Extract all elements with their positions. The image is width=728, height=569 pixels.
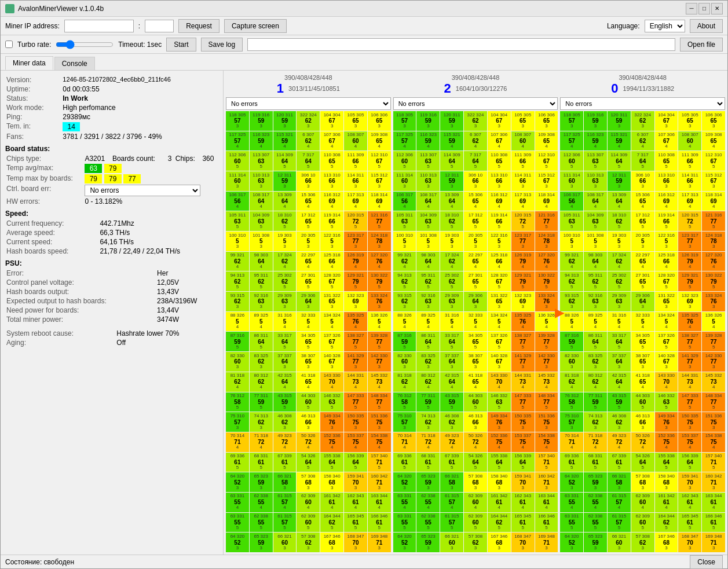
chip-cell: 62 338 55 4 bbox=[416, 493, 440, 512]
chip-cell: 156 339 64 5 bbox=[678, 453, 701, 472]
main-content: Version: 1246-85-21072802_4ec6bb0_211fc4… bbox=[1, 71, 727, 555]
request-button[interactable]: Request bbox=[178, 19, 220, 33]
chip-cell: 115 312 67 3 bbox=[368, 171, 391, 191]
chip-cell: 65 323 59 3 bbox=[250, 472, 273, 492]
board-stats1-2: 390/408/428/448 bbox=[394, 74, 557, 81]
chip-cell: 29 306 64 3 bbox=[631, 292, 654, 311]
chip-cell: 64 320 52 3 bbox=[393, 533, 416, 552]
capture-screen-button[interactable]: Capture screen bbox=[224, 19, 287, 33]
minimize-button[interactable]: ─ bbox=[686, 3, 697, 14]
curr-freq-value: 442.71Mhz bbox=[98, 219, 218, 228]
chip-cell: 19 303 5 3 bbox=[273, 232, 297, 251]
chip-cell: 129 321 79 5 bbox=[511, 271, 535, 291]
timeout-label: Timeout: 1sec bbox=[118, 41, 162, 49]
chip-cell: 154 338 75 4 bbox=[368, 432, 391, 452]
chip-cell: 121 316 77 5 bbox=[702, 211, 725, 231]
chip-cell: 92 316 63 3 bbox=[250, 292, 273, 311]
avg-speed-value: 66,3 TH/s bbox=[98, 228, 218, 237]
board-number-1: 1 bbox=[277, 81, 284, 96]
chip-cell: 158 340 68 3 bbox=[320, 472, 343, 492]
hash-output-label: Hash boards output: bbox=[5, 287, 156, 296]
ctrl-err-select[interactable]: No errors bbox=[85, 185, 200, 196]
close-window-button[interactable]: ✕ bbox=[711, 3, 723, 14]
chip-cell: 68 331 61 5 bbox=[584, 453, 607, 472]
chip-cell: 66 321 60 3 bbox=[608, 533, 631, 552]
chip-cell: 38 307 65 3 bbox=[297, 352, 320, 372]
turbo-checkbox[interactable] bbox=[5, 41, 13, 48]
chip-cell: 135 325 76 4 bbox=[678, 312, 701, 332]
save-log-button[interactable]: Save log bbox=[201, 38, 243, 52]
chip-cell: 117 325 57 4 bbox=[226, 131, 249, 151]
maximize-button[interactable]: □ bbox=[698, 3, 710, 14]
chip-cell: 137 326 67 5 bbox=[488, 332, 511, 351]
board-dropdown-1[interactable]: No errors bbox=[226, 97, 391, 110]
turbo-label: Turbo rate: bbox=[17, 41, 51, 49]
chip-cell: 150 335 75 3 bbox=[678, 412, 701, 432]
chip-cell: 136 326 5 4 bbox=[702, 312, 725, 332]
chip-cell: 63 331 55 5 bbox=[226, 513, 249, 533]
chip-cell: 112 306 60 5 bbox=[226, 151, 249, 171]
board-stats2-1: 3013/11/45/10851 bbox=[288, 85, 340, 92]
tab-console[interactable]: Console bbox=[54, 57, 95, 70]
tab-miner-data[interactable]: Miner data bbox=[5, 56, 53, 70]
chip-cell: 71 318 72 4 bbox=[250, 432, 273, 452]
file-path-input[interactable]: C:\Users\Andrey\Downloads\log (9).txt bbox=[247, 38, 675, 51]
chip-cell: 152 336 75 4 bbox=[320, 432, 343, 452]
chip-cell: 128 320 67 5 bbox=[488, 271, 511, 291]
miner-port-input[interactable] bbox=[145, 20, 174, 32]
board-dropdown-2[interactable]: No errors bbox=[393, 97, 558, 110]
chip-cell: 92 316 63 3 bbox=[416, 292, 440, 311]
chip-cell: 165 345 61 5 bbox=[344, 513, 367, 533]
chip-cell: 108 307 60 4 bbox=[678, 131, 701, 151]
chip-cell: 164 344 62 5 bbox=[320, 513, 343, 533]
chip-cell: 87 316 59 5 bbox=[393, 332, 416, 351]
chip-cell: 161 342 61 4 bbox=[488, 493, 511, 512]
about-button[interactable]: About bbox=[690, 19, 723, 33]
chip-cell: 12 311 59 3 bbox=[440, 171, 463, 191]
miner-ip-input[interactable] bbox=[64, 20, 134, 32]
chip-cell: 70 314 71 4 bbox=[560, 432, 583, 452]
turbo-slider[interactable] bbox=[56, 40, 114, 49]
chip-cell: 126 319 79 4 bbox=[344, 252, 367, 271]
chip-cell: 110 308 65 5 bbox=[488, 151, 511, 171]
chip-cell: 166 346 61 5 bbox=[535, 513, 558, 533]
hash-boards-value: 21,78 / 22,49 / 22,04 TH/s bbox=[98, 247, 218, 256]
chip-cell: 80 312 62 4 bbox=[416, 372, 440, 392]
error-label: Error: bbox=[5, 269, 156, 278]
start-button[interactable]: Start bbox=[166, 38, 196, 52]
chip-cell: 99 321 62 4 bbox=[226, 252, 249, 271]
chip-cell: 65 323 59 3 bbox=[584, 533, 607, 552]
chip-cell: 143 330 70 4 bbox=[488, 372, 511, 392]
open-file-button[interactable]: Open file bbox=[680, 38, 723, 52]
chip-cell: 146 332 63 5 bbox=[320, 392, 343, 412]
chip-cell: 100 310 5 3 bbox=[560, 232, 583, 251]
chips-type-label: Chips type: bbox=[5, 154, 83, 163]
board-stats2-2: 1604/10/30/12276 bbox=[456, 85, 507, 92]
chip-cell: 114 311 66 3 bbox=[678, 171, 701, 191]
version-value: 1246-85-21072802_4ec6bb0_211fc46 bbox=[61, 75, 218, 85]
chip-cell: 98 303 64 4 bbox=[584, 252, 607, 271]
board-stats2-0: 1994/11/33/11882 bbox=[623, 85, 674, 92]
chip-cell: 322 324 62 3 bbox=[297, 111, 320, 131]
chip-cell: 124 318 78 3 bbox=[702, 232, 725, 251]
chip-cell: 138 327 77 5 bbox=[511, 332, 535, 351]
language-select[interactable]: English bbox=[645, 20, 685, 32]
chip-cell: 122 316 5 3 bbox=[655, 232, 678, 251]
chip-cell: 20 305 5 3 bbox=[631, 232, 654, 251]
chip-cell: 122 316 5 3 bbox=[488, 232, 511, 251]
hw-errors-value: 0 - 13.182% bbox=[83, 197, 218, 206]
board-number-2: 2 bbox=[444, 81, 451, 96]
right-scroll-arrow[interactable]: ▶ bbox=[555, 306, 564, 320]
curr-speed-row: Current speed: 64,16 TH/s bbox=[5, 237, 218, 247]
chip-cell: 132 323 69 3 bbox=[511, 292, 535, 311]
chip-cell: 61 315 57 5 bbox=[273, 513, 297, 533]
chips-label: Chips: bbox=[174, 154, 202, 163]
main-window: AvalonMinerViewer v.1.0.4b ─ □ ✕ Miner I… bbox=[0, 0, 728, 569]
board-dropdown-0[interactable]: No errors bbox=[560, 97, 725, 110]
chip-cell: 128 320 67 5 bbox=[655, 271, 678, 291]
chip-cell: 137 326 67 5 bbox=[320, 332, 343, 351]
chip-cell: 61 315 57 4 bbox=[608, 493, 631, 512]
close-button[interactable]: Close bbox=[690, 555, 723, 569]
chip-cell: 108 317 64 4 bbox=[250, 192, 273, 211]
chip-cell: 77 311 59 5 bbox=[416, 392, 440, 412]
